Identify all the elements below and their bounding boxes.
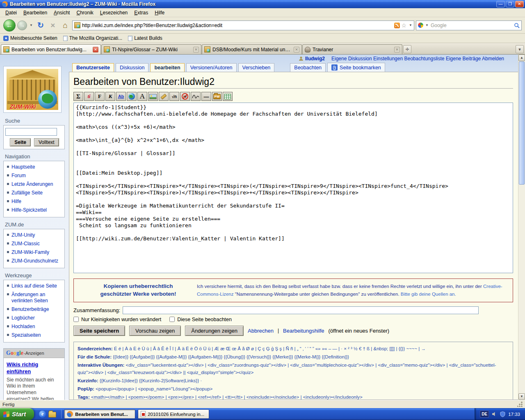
bookmark-star-icon[interactable]: ☆: [402, 23, 407, 28]
browser-tab[interactable]: Travianer ✕: [302, 44, 402, 54]
sidebar-item[interactable]: Benutzerbeiträge: [5, 305, 64, 314]
signature-icon[interactable]: [191, 92, 201, 101]
taskbar-task-firefox[interactable]: Bearbeiten von Benut...: [64, 409, 135, 419]
url-input[interactable]: [82, 23, 393, 28]
language-indicator[interactable]: DE: [480, 411, 489, 418]
url-dropdown-icon[interactable]: ▼: [408, 23, 413, 27]
browser-tab-active[interactable]: Bearbeiten von Benutzer:Iludwig... ✕: [1, 44, 101, 54]
minor-edit-checkbox[interactable]: [73, 317, 79, 322]
tab-verschieben[interactable]: Verschieben: [238, 63, 275, 72]
sidebar-item[interactable]: Zufällige Seite: [5, 189, 64, 197]
wiki-logo[interactable]: ZUM-Wiki: [3, 66, 62, 113]
back-button[interactable]: ←: [3, 19, 16, 32]
close-button[interactable]: ✕: [515, 1, 524, 7]
math-tag-icon[interactable]: √n: [169, 92, 179, 101]
search-bar[interactable]: ▼: [416, 21, 522, 30]
rss-icon[interactable]: [394, 23, 400, 28]
external-link-icon[interactable]: [127, 92, 137, 101]
tab-close-icon[interactable]: ✕: [294, 47, 299, 52]
magnifier-icon[interactable]: [514, 23, 520, 28]
editing-help-link[interactable]: Bearbeitungshilfe: [283, 328, 324, 334]
menu-item[interactable]: Datei: [2, 9, 20, 17]
watch-page-checkbox[interactable]: [169, 317, 175, 322]
bookmark-item[interactable]: The Mozilla Organizati...: [63, 35, 122, 41]
table-icon[interactable]: [223, 92, 233, 101]
volume-icon[interactable]: [492, 411, 497, 417]
minimize-button[interactable]: —: [496, 1, 505, 7]
stop-button[interactable]: ×: [48, 20, 58, 31]
maximize-button[interactable]: ❐: [506, 1, 514, 7]
nowiki-icon[interactable]: W: [180, 92, 190, 101]
taskbar-clock[interactable]: 17:33: [508, 412, 520, 417]
show-changes-button[interactable]: Änderungen zeigen: [185, 326, 244, 336]
sidebar-item[interactable]: Hilfe: [5, 197, 64, 206]
sidebar-item[interactable]: Hilfe-Spickzettel: [5, 206, 64, 215]
sidebar-item[interactable]: Hochladen: [5, 322, 64, 331]
search-fulltext-button[interactable]: Volltext: [34, 138, 59, 146]
menu-item[interactable]: Extras: [131, 9, 151, 17]
resize-grip[interactable]: [517, 402, 523, 407]
menu-item[interactable]: Bearbeiten: [21, 9, 50, 17]
sidebar-item[interactable]: ZUM-Unity: [5, 231, 64, 240]
tab-beobachten[interactable]: Beobachten: [290, 63, 326, 72]
start-button[interactable]: Start: [0, 408, 34, 420]
scroll-up-icon[interactable]: ▲: [518, 55, 525, 61]
tab-close-icon[interactable]: ✕: [394, 47, 400, 52]
list-all-tabs-icon[interactable]: ▾: [516, 45, 524, 53]
home-button[interactable]: ⌂: [60, 20, 71, 31]
sidebar-item[interactable]: ZUM-Classic: [5, 240, 64, 248]
history-dropdown-icon[interactable]: ▼: [29, 23, 34, 27]
pw-template-icon[interactable]: PW: [212, 92, 222, 101]
sidebar-item[interactable]: Hauptseite: [5, 163, 64, 171]
tab-bearbeiten[interactable]: bearbeiten: [150, 63, 184, 72]
browser-tab[interactable]: DSB/Moodle/Kurs mit Material und Aktiv..…: [202, 44, 302, 54]
personal-link[interactable]: Eigene Diskussion: [331, 56, 372, 62]
scrollbar-track[interactable]: [518, 61, 525, 393]
personal-link[interactable]: Abmelden: [482, 56, 504, 62]
show-preview-button[interactable]: Vorschau zeigen: [129, 326, 181, 336]
url-bar[interactable]: ☆ ▼: [72, 21, 414, 30]
vertical-scrollbar[interactable]: ▲ ▼: [518, 55, 525, 400]
tab-close-icon[interactable]: ✕: [93, 47, 98, 52]
sidebar-item[interactable]: Letzte Änderungen: [5, 180, 64, 189]
personal-link[interactable]: Einstellungen: [373, 56, 403, 62]
tab-seite-bookmarken[interactable]: Seite bookmarken: [327, 63, 385, 72]
menu-item[interactable]: Lesezeichen: [97, 9, 130, 17]
sidebar-item[interactable]: Links auf diese Seite: [5, 282, 64, 290]
sidebar-item[interactable]: ZUM-Grundschulnetz: [5, 257, 64, 265]
sidebar-item[interactable]: Spezialseiten: [5, 331, 64, 340]
sidebar-item[interactable]: Forum: [5, 171, 64, 180]
ti-nspire-icon[interactable]: ti: [84, 92, 94, 101]
wikitext-editor[interactable]: {{Kurzinfo-1|Student}} [http://www.fachs…: [73, 103, 513, 273]
new-tab-button[interactable]: ✛: [403, 45, 411, 53]
personal-link[interactable]: Beobachtungsliste: [404, 56, 444, 62]
summary-input[interactable]: [123, 306, 479, 314]
tab-benutzerseite[interactable]: Benutzerseite: [72, 63, 114, 72]
taskbar-task-pdf[interactable]: 20101026 Einfuehrung in...: [138, 409, 209, 419]
tab-close-icon[interactable]: ✕: [193, 47, 199, 52]
user-link[interactable]: Iludwig2: [299, 56, 325, 62]
sidebar-item[interactable]: ZUM-Wiki-Family: [5, 248, 64, 257]
browser-tab[interactable]: TI-Nspire/Glossar – ZUM-Wiki ✕: [101, 44, 201, 54]
search-page-button[interactable]: Seite: [10, 138, 31, 146]
bold-icon[interactable]: F: [95, 92, 105, 101]
headline-icon[interactable]: A: [137, 92, 147, 101]
math-formula-icon[interactable]: Σ: [73, 92, 83, 101]
scrollbar-thumb[interactable]: [519, 62, 525, 185]
menu-item[interactable]: Ansicht: [51, 9, 73, 17]
embed-image-icon[interactable]: [148, 92, 158, 101]
tab-versionen[interactable]: Versionen/Autoren: [186, 63, 237, 72]
search-engine-dropdown-icon[interactable]: ▼: [425, 23, 429, 27]
internal-link-icon[interactable]: Ab: [116, 92, 126, 101]
cancel-link[interactable]: Abbrechen: [248, 328, 274, 334]
menu-item[interactable]: Chronik: [73, 9, 96, 17]
reload-button[interactable]: ↻: [35, 20, 46, 31]
bookmark-item[interactable]: Meistbesuchte Seiten: [3, 35, 57, 41]
quicklaunch-browser-icon[interactable]: e: [39, 411, 46, 418]
bookmark-item[interactable]: Latest Builds: [128, 35, 162, 41]
menu-item[interactable]: Hilfe: [152, 9, 167, 17]
quicklaunch-folder-icon[interactable]: [48, 412, 56, 418]
personal-link[interactable]: Eigene Beiträge: [446, 56, 481, 62]
sidebar-item[interactable]: Änderungen an verlinkten Seiten: [5, 290, 64, 305]
ad-title-link[interactable]: Wikis richtig einführen: [7, 361, 62, 375]
